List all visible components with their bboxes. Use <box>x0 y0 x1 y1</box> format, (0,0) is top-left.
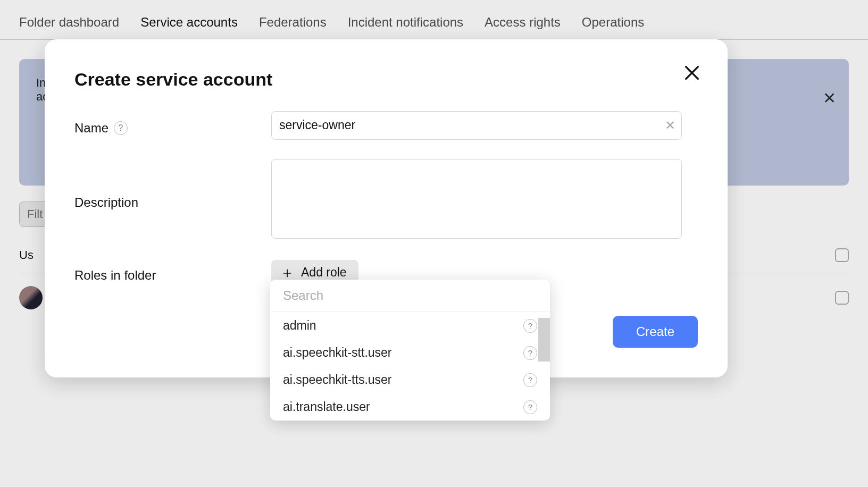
role-option-label: ai.speechkit-tts.user <box>283 373 392 387</box>
help-icon[interactable]: ? <box>523 400 537 414</box>
description-label: Description <box>74 159 271 241</box>
help-icon[interactable]: ? <box>523 373 537 387</box>
name-label: Name ? <box>74 111 271 140</box>
help-icon[interactable]: ? <box>523 346 537 360</box>
close-icon[interactable] <box>683 64 701 82</box>
role-dropdown: admin ? ai.speechkit-stt.user ? ai.speec… <box>270 280 550 421</box>
name-input[interactable] <box>271 111 682 140</box>
role-list[interactable]: admin ? ai.speechkit-stt.user ? ai.speec… <box>270 312 550 421</box>
role-option[interactable]: ai.speechkit-stt.user ? <box>270 339 550 366</box>
create-button[interactable]: Create <box>613 316 698 348</box>
plus-icon: ＋ <box>280 265 295 280</box>
help-icon[interactable]: ? <box>523 319 537 333</box>
role-option-label: ai.speechkit-stt.user <box>283 346 392 360</box>
description-input[interactable] <box>271 159 682 239</box>
role-option[interactable]: ai.speechkit-tts.user ? <box>270 366 550 393</box>
scrollbar[interactable] <box>538 318 550 362</box>
roles-label: Roles in folder <box>74 260 271 286</box>
clear-icon[interactable]: ✕ <box>665 119 675 132</box>
role-option[interactable]: ai.translate.user ? <box>270 393 550 421</box>
role-option-label: admin <box>283 318 316 333</box>
add-role-label: Add role <box>301 265 347 280</box>
help-icon[interactable]: ? <box>114 121 128 135</box>
modal-title: Create service account <box>74 69 698 90</box>
role-option-label: ai.translate.user <box>283 400 370 414</box>
role-search-input[interactable] <box>283 288 537 303</box>
role-option[interactable]: admin ? <box>270 312 550 339</box>
